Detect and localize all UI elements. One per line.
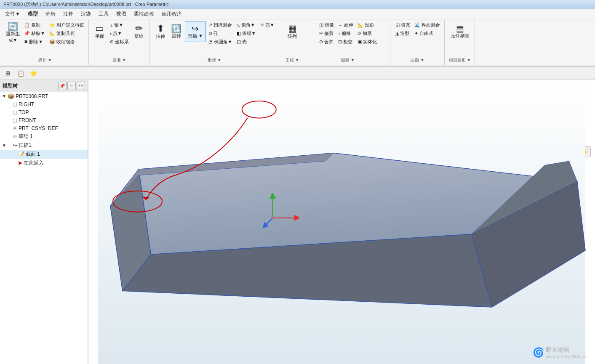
tree-item-sweep[interactable]: ▼ ↪ 扫描1 [0,141,88,150]
tree-front-label: FRONT [19,117,36,123]
btn-component-limit[interactable]: ▤ 元件界限 [449,21,471,42]
btn-sketch[interactable]: ✏ 草绘 [131,21,147,42]
btn-trim-label: 修剪 [324,30,334,37]
thicken-icon: ⟳ [358,31,361,36]
btn-coord-label: 坐标系 [115,39,129,45]
btn-delete[interactable]: ✖ 删除▼ [22,38,47,46]
btn-regenerate[interactable]: 🔄 重新生成▼ [4,21,21,45]
tree-btn-menu[interactable]: ≡ [67,82,76,90]
btn-mirror-label: 镜像 [325,22,334,28]
title-text: PRT0008 (活动的) C:/Users/Administrator/Des… [3,1,169,8]
tree-item-top[interactable]: ◻ TOP [0,108,88,116]
tree-item-csys[interactable]: ✳ PRT_CSYS_DEF [0,124,88,132]
btn-revolve-label: 旋转 [172,33,181,39]
sketch1-icon: ✏ [13,133,17,140]
tree-item-sketch1[interactable]: ✏ 草绘 1 [0,132,88,141]
tree-item-right[interactable]: ◻ RIGHT [0,100,88,108]
menu-view[interactable]: 视图 [113,10,130,19]
btn-thicken[interactable]: ⟳ 加厚 [356,29,379,37]
ribbon-group-engineering: ▦ 阵列 工程 ▼ [280,20,305,65]
btn-coord[interactable]: ⊕ 坐标系 [108,38,131,46]
section1-icon: 📝 [18,151,24,157]
group-label-shape: 形状 ▼ [208,56,221,64]
csys-icon: ✳ [13,125,17,131]
tree-item-front[interactable]: ◻ FRONT [0,116,88,124]
tree-item-section1[interactable]: 📝 截面 1 [0,150,88,159]
tb2-btn-star[interactable]: ⭐ [28,68,39,79]
btn-draft[interactable]: ◧ 拔模▼ [235,29,258,37]
tree-btn-more[interactable]: ⋯ [77,82,85,90]
menu-model[interactable]: 模型 [24,10,41,19]
tree-section1-label: 截面 1 [26,151,40,158]
viewport[interactable]: 🔍 🔍 ◎ ▣ ◱ ◫ 📷 ✂ ⚙ ☆ ⚡ [88,80,595,364]
mirror-icon: ◫ [319,22,323,28]
btn-rib[interactable]: ≋ 筋▼ [259,21,276,29]
tree-item-insert[interactable]: ➤ 在此插入 [0,159,88,167]
front-icon: ◻ [13,117,17,123]
btn-style[interactable]: ◮ 造型 [394,29,412,37]
3d-model-view [88,80,595,364]
menu-annotation[interactable]: 注释 [60,10,77,19]
ribbon-group-surface-items: ◱ 填充 ◮ 造型 🌊 界面混合 ✦ 自由式 [394,21,442,56]
user-feature-icon: ⭐ [49,22,55,28]
ribbon-col-edit3: 📐 投影 ⟳ 加厚 ▣ 实体化 [356,21,379,46]
btn-extend-label: 延伸 [344,22,353,28]
round-icon: ◔ [208,39,213,45]
btn-chamfer[interactable]: ◺ 倒角▼ [235,21,258,29]
btn-intersect[interactable]: ⊞ 相交 [336,38,355,46]
btn-regenerate-label: 重新生成▼ [6,31,20,43]
ribbon-col-shape3: ◺ 倒角▼ ◧ 拔模▼ ◱ 壳 [235,21,258,46]
chamfer-icon: ◺ [237,22,240,28]
btn-freestyle[interactable]: ✦ 自由式 [413,29,442,37]
btn-blend-surface[interactable]: 🌊 界面混合 [413,21,442,29]
expand-root[interactable]: ▼ [2,94,7,98]
btn-pattern[interactable]: ▦ 阵列 [285,21,300,42]
btn-mirror[interactable]: ◫ 镜像 [318,21,336,29]
menu-tools[interactable]: 工具 [95,10,112,19]
btn-blend-surface-label: 界面混合 [422,22,440,28]
tree-btn-pin[interactable]: 📌 [58,82,67,90]
btn-revolve[interactable]: 🔃 旋转 [169,21,184,42]
ribbon-col-regenerate: 🔄 重新生成▼ [4,21,21,45]
ribbon-group-model-intent: ▤ 元件界限 模型意图 ▼ [446,20,475,65]
tb2-btn-display[interactable]: ⊞ [3,68,13,79]
btn-trim[interactable]: ✂ 修剪 [318,29,336,37]
tb2-btn-copy2[interactable]: 📋 [15,68,26,79]
btn-copy-geo[interactable]: 📐 复制几何 [48,29,86,37]
btn-round[interactable]: ◔ 倒圆角▼ [207,38,234,46]
axis-icon: ⟂ [110,23,113,28]
btn-merge[interactable]: ⊕ 合并 [318,38,336,46]
btn-sketch-label: 草绘 [134,33,144,40]
svg-point-12 [263,224,266,228]
sketch-icon: ✏ [135,24,143,33]
expand-sweep[interactable]: ▼ [2,143,7,148]
btn-axis[interactable]: ⟂ 轴▼ [108,21,131,29]
btn-extrude[interactable]: ⬆ 拉伸 [153,21,168,42]
btn-shell[interactable]: ◱ 壳 [235,38,258,46]
paste-icon: 📌 [24,31,30,36]
btn-fill[interactable]: ◱ 填充 [394,21,412,29]
btn-user-feature[interactable]: ⭐ 用户定义特征 [48,21,86,29]
btn-solidify[interactable]: ▣ 实体化 [356,38,379,46]
btn-point-label: 点▼ [113,30,122,37]
btn-plane[interactable]: ▭ 平面 [92,21,107,42]
ribbon-col-surface1: ◱ 填充 ◮ 造型 [394,21,412,37]
btn-offset[interactable]: ↕ 偏移 [336,29,355,37]
btn-sweep[interactable]: ↪ 扫描 ▼ [185,21,206,42]
btn-sweep-blend[interactable]: ↗ 扫描混合 [207,21,234,29]
menu-analysis[interactable]: 分析 [42,10,59,19]
btn-shrinkwrap[interactable]: 📦 收缩包络 [48,38,86,46]
main-area: 模型树 📌 ≡ ⋯ ▼ 📦 PRT0008.PRT ◻ RIGHT ◻ TOP [0,80,595,364]
btn-point[interactable]: • 点▼ [108,29,131,37]
tree-item-root[interactable]: ▼ 📦 PRT0008.PRT [0,92,88,100]
btn-copy[interactable]: 📋 复制 [22,21,47,29]
menu-render[interactable]: 渲染 [77,10,94,19]
intersect-icon: ⊞ [338,39,342,45]
menu-file[interactable]: 文件▼ [2,10,24,19]
menu-apps[interactable]: 应用程序 [158,10,185,19]
btn-project[interactable]: 📐 投影 [356,21,379,29]
menu-flexible[interactable]: 柔性建模 [131,10,157,19]
btn-extend[interactable]: ↔ 延伸 [336,21,355,29]
btn-hole[interactable]: ⊚ 孔 [207,29,234,37]
btn-paste[interactable]: 📌 粘贴▼ [22,29,47,37]
